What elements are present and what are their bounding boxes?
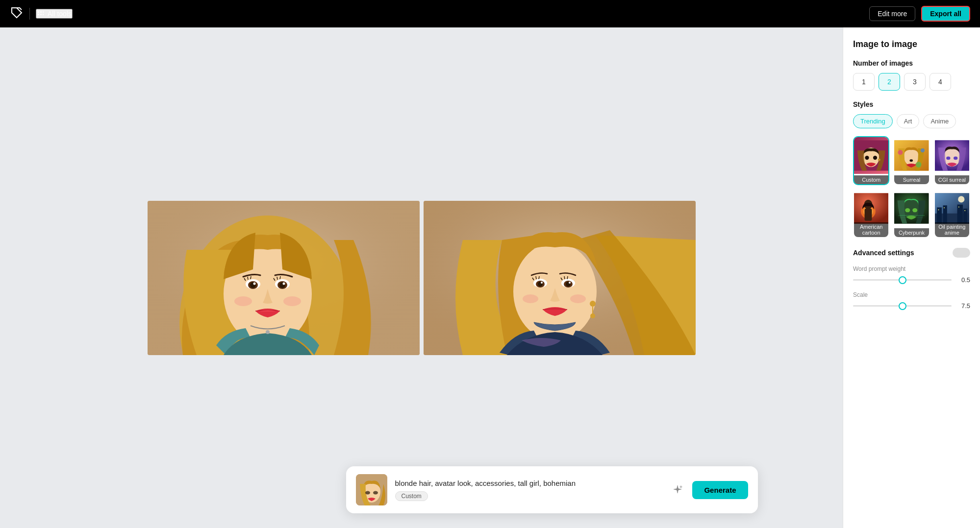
svg-point-16 [266, 330, 270, 334]
svg-point-13 [282, 282, 285, 285]
num-1-button[interactable]: 1 [853, 73, 875, 91]
canvas-area: blonde hair, avatar look, accessories, t… [0, 27, 843, 528]
svg-point-48 [910, 159, 913, 162]
cgi-label: CGI surreal [935, 175, 969, 184]
tools-icon [37, 10, 45, 18]
svg-point-46 [921, 148, 925, 152]
american-preview [854, 190, 888, 227]
prompt-text: blonde hair, avatar look, accessories, t… [395, 479, 661, 487]
svg-rect-60 [865, 209, 872, 221]
svg-point-32 [590, 313, 595, 318]
svg-rect-74 [944, 207, 945, 208]
svg-point-52 [946, 157, 950, 160]
header-left: All tools [10, 6, 73, 22]
svg-point-35 [365, 491, 370, 495]
scale-value: 7.5 [956, 302, 970, 310]
tab-trending[interactable]: Trending [853, 114, 893, 128]
export-all-button[interactable]: Export all [921, 6, 970, 22]
magic-enhance-button[interactable] [669, 481, 686, 499]
style-grid: Custom [853, 136, 970, 238]
header-right: Edit more Export all [869, 6, 970, 22]
image-1-svg [148, 201, 420, 355]
scale-row: 7.5 [853, 302, 970, 310]
style-card-custom[interactable]: Custom [853, 136, 889, 185]
custom-label: Custom [854, 175, 888, 184]
oil-label: Oil painting anime [935, 222, 969, 237]
all-tools-label: All tools [48, 10, 72, 18]
svg-point-31 [590, 301, 596, 307]
prompt-tag[interactable]: Custom [395, 491, 428, 501]
svg-point-14 [234, 296, 252, 306]
advanced-settings-toggle[interactable] [953, 248, 970, 258]
prompt-bar: blonde hair, avatar look, accessories, t… [346, 466, 758, 513]
svg-point-24 [541, 282, 543, 284]
svg-point-9 [253, 282, 255, 285]
main-layout: blonde hair, avatar look, accessories, t… [0, 27, 980, 528]
num-images-selector: 1 2 3 4 [853, 73, 970, 91]
num-4-button[interactable]: 4 [930, 73, 951, 91]
svg-point-29 [523, 294, 538, 303]
app-header: All tools Edit more Export all [0, 0, 980, 27]
svg-point-30 [570, 294, 586, 303]
images-container [148, 201, 696, 355]
svg-point-45 [898, 150, 903, 155]
surreal-preview [894, 137, 929, 174]
svg-rect-71 [957, 205, 963, 224]
generate-button[interactable]: Generate [692, 481, 748, 499]
num-2-button[interactable]: 2 [879, 73, 900, 91]
scale-slider[interactable] [853, 305, 952, 307]
generated-image-1[interactable] [148, 201, 420, 355]
all-tools-button[interactable]: All tools [36, 9, 73, 19]
thumbnail-preview [356, 474, 387, 505]
magic-icon [672, 484, 683, 495]
style-card-cgi[interactable]: CGI surreal [934, 136, 970, 185]
advanced-settings-title: Advanced settings [853, 249, 914, 257]
image-2-svg [424, 201, 696, 355]
word-prompt-weight-row: 0.5 [853, 276, 970, 284]
word-prompt-weight-label: Word prompt weight [853, 265, 970, 272]
svg-rect-69 [937, 207, 942, 223]
prompt-actions: Generate [669, 481, 748, 499]
num-images-label: Number of images [853, 59, 970, 67]
svg-point-77 [958, 196, 964, 202]
style-card-oil[interactable]: Oil painting anime [934, 189, 970, 238]
svg-point-28 [569, 282, 571, 284]
svg-point-53 [954, 157, 957, 160]
tab-art[interactable]: Art [897, 114, 920, 128]
svg-rect-76 [964, 210, 965, 211]
prompt-content: blonde hair, avatar look, accessories, t… [395, 479, 661, 501]
oil-preview [935, 190, 969, 227]
svg-rect-70 [943, 205, 947, 223]
sidebar-title: Image to image [853, 39, 970, 49]
style-tabs: Trending Art Anime [853, 114, 970, 128]
svg-rect-75 [958, 207, 959, 208]
svg-point-41 [878, 159, 880, 161]
svg-point-64 [905, 208, 910, 212]
scale-label: Scale [853, 291, 970, 298]
style-card-american[interactable]: American cartoon [853, 189, 889, 238]
logo-icon [10, 6, 24, 22]
edit-more-button[interactable]: Edit more [869, 6, 915, 21]
svg-point-65 [913, 208, 918, 212]
svg-point-36 [373, 491, 378, 495]
svg-rect-72 [963, 209, 967, 224]
right-sidebar: Image to image Number of images 1 2 3 4 … [843, 27, 980, 528]
generated-image-2[interactable] [424, 201, 696, 355]
style-card-cyberpunk[interactable]: Cyberpunk [893, 189, 930, 238]
style-card-surreal[interactable]: Surreal [893, 136, 930, 185]
svg-point-47 [916, 162, 922, 168]
styles-label: Styles [853, 100, 970, 108]
svg-point-40 [873, 156, 877, 160]
advanced-settings-header: Advanced settings [853, 248, 970, 258]
svg-rect-73 [938, 210, 939, 211]
svg-point-15 [283, 296, 301, 306]
cyberpunk-preview [894, 190, 929, 227]
cyberpunk-label: Cyberpunk [894, 228, 929, 237]
american-label: American cartoon [854, 222, 888, 237]
tab-anime[interactable]: Anime [923, 114, 956, 128]
surreal-label: Surreal [894, 175, 929, 184]
num-3-button[interactable]: 3 [904, 73, 926, 91]
header-divider [29, 8, 30, 20]
svg-point-39 [865, 156, 869, 160]
word-prompt-weight-slider[interactable] [853, 279, 952, 281]
